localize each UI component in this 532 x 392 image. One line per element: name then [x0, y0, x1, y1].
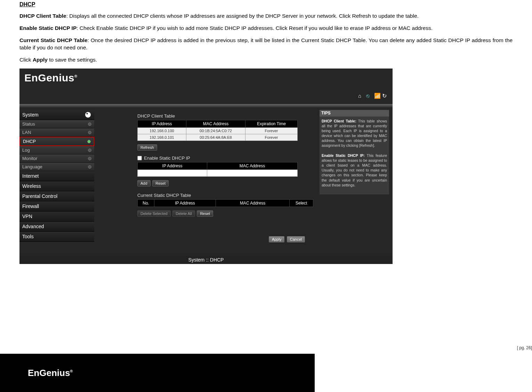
dot-icon — [88, 122, 91, 126]
sidebar-cat-vpn[interactable]: VPN — [19, 211, 94, 222]
dhcp-client-table: IP Address MAC Address Expiration Time 1… — [137, 120, 298, 141]
sidebar-cat-advanced[interactable]: Advanced — [19, 222, 94, 232]
dot-icon — [88, 157, 91, 160]
enable-static-checkbox[interactable] — [137, 156, 142, 160]
delete-selected-button[interactable]: Delete Selected — [137, 210, 171, 217]
para-enable-static: Enable Static DHCP IP: Check Enable Stat… — [19, 25, 513, 32]
sidebar-sub-dhcp[interactable]: DHCP — [19, 137, 94, 146]
table-row: 192.168.0.10000:1B:24:5A:C0:72Forever — [138, 127, 298, 134]
refresh-button[interactable]: Refresh — [137, 144, 157, 151]
table-row: 192.168.0.10100:25:64:4A:8A:E8Forever — [138, 134, 298, 141]
footer-bar: EnGenius® — [0, 354, 315, 392]
current-static-table: No. IP Address MAC Address Select — [137, 199, 313, 207]
para-current-static: Current Static DHCP Table: Once the desi… — [19, 37, 513, 51]
client-table-title: DHCP Client Table — [137, 113, 313, 119]
add-button[interactable]: Add — [137, 180, 151, 186]
page-number: [ pg. 26] — [517, 345, 532, 350]
refresh-icon[interactable]: ↻ — [382, 93, 389, 99]
footer-logo: EnGenius® — [28, 368, 73, 378]
sidebar-cat-wireless[interactable]: Wireless — [19, 181, 94, 191]
expand-icon — [85, 112, 91, 118]
router-ui-screenshot: EnGenius® ⌂ ⎋ 📶 ↻ System StatusLANDHCPLo… — [19, 69, 393, 264]
sidebar-sub-monitor[interactable]: Monitor — [19, 154, 94, 163]
cell-mac: 00:1B:24:5A:C0:72 — [186, 127, 245, 134]
current-static-title: Current Static DHCP Table — [137, 193, 313, 198]
sidebar-cat-internet[interactable]: Internet — [19, 171, 94, 181]
cancel-button[interactable]: Cancel — [287, 236, 305, 242]
sidebar-sub-language[interactable]: Language — [19, 163, 94, 171]
sidebar-nav: System StatusLANDHCPLogMonitorLanguage I… — [19, 110, 94, 242]
static-ip-input-table: IP Address MAC Address — [137, 162, 298, 177]
enable-static-label: Enable Static DHCP IP — [144, 155, 190, 161]
cell-exp: Forever — [245, 134, 298, 141]
para-client-table: DHCP Client Table: Displays all the conn… — [19, 13, 513, 20]
sidebar-sub-lan[interactable]: LAN — [19, 128, 94, 137]
cell-exp: Forever — [245, 127, 298, 134]
wireless-icon[interactable]: 📶 — [374, 93, 381, 99]
sidebar-cat-parental-control[interactable]: Parental Control — [19, 191, 94, 201]
section-heading: DHCP — [19, 1, 513, 8]
sidebar-cat-firewall[interactable]: Firewall — [19, 201, 94, 211]
cell-ip: 192.168.0.101 — [138, 134, 186, 141]
para-apply: Click Apply to save the settings. — [19, 56, 513, 64]
network-icon[interactable]: ⎋ — [366, 93, 373, 99]
tips-panel: TIPS DHCP Client Table: This table shows… — [320, 110, 389, 194]
top-icon-bar: ⌂ ⎋ 📶 ↻ — [358, 93, 389, 99]
delete-all-button[interactable]: Delete All — [172, 210, 195, 217]
sidebar-cat-system[interactable]: System — [19, 110, 94, 120]
enable-static-checkbox-row: Enable Static DHCP IP — [137, 155, 313, 161]
home-icon[interactable]: ⌂ — [358, 93, 365, 99]
brand-logo: EnGenius® — [24, 72, 78, 84]
dot-icon — [87, 140, 91, 143]
sidebar-sub-status[interactable]: Status — [19, 120, 94, 128]
dot-icon — [88, 131, 91, 134]
dot-icon — [88, 165, 91, 169]
static-mac-input[interactable] — [207, 169, 298, 176]
sidebar-cat-tools[interactable]: Tools — [19, 232, 94, 242]
breadcrumb: System :: DHCP — [19, 256, 393, 264]
dot-icon — [88, 149, 91, 152]
static-ip-input[interactable] — [138, 169, 207, 176]
cell-mac: 00:25:64:4A:8A:E8 — [186, 134, 245, 141]
reset-button-2[interactable]: Reset — [197, 210, 213, 217]
cell-ip: 192.168.0.100 — [138, 127, 186, 134]
reset-button[interactable]: Reset — [152, 180, 169, 186]
tips-title: TIPS — [320, 110, 389, 117]
sidebar-sub-log[interactable]: Log — [19, 146, 94, 154]
apply-button[interactable]: Apply — [269, 236, 285, 242]
